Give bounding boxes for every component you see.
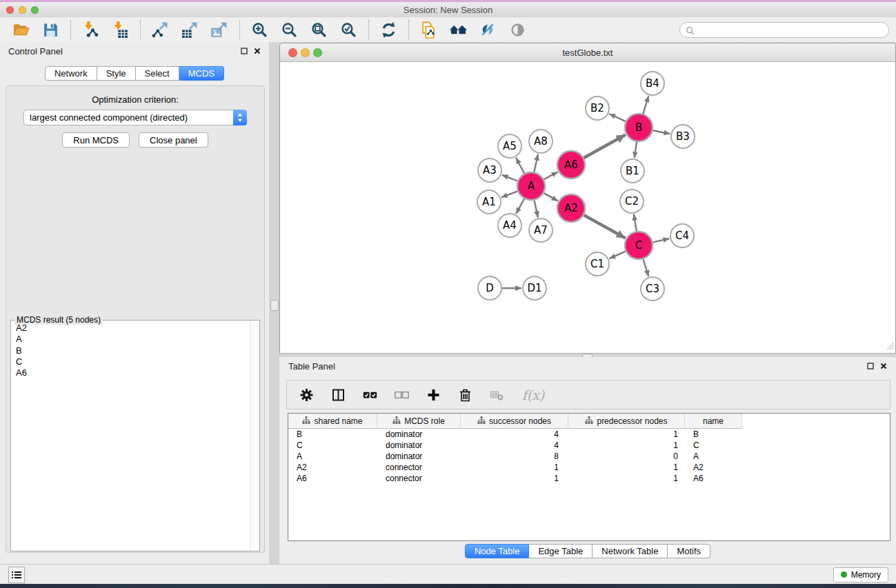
table-cell[interactable]: C xyxy=(685,440,742,450)
float-panel-icon[interactable] xyxy=(867,363,874,369)
node-B2[interactable]: B2 xyxy=(586,97,609,120)
table-cell[interactable]: connector xyxy=(377,463,461,472)
edge-A-A2[interactable] xyxy=(544,193,557,201)
node-D[interactable]: D xyxy=(478,276,501,300)
minimize-traffic-light-icon[interactable] xyxy=(301,48,310,57)
network-canvas[interactable]: B4B2BB3A5A8A6B1A3AC2A1A2A4A7C4CC1C3DD1 xyxy=(280,62,895,354)
node-B3[interactable]: B3 xyxy=(671,125,695,148)
zoom-traffic-light-icon[interactable] xyxy=(313,48,322,57)
export-table-button[interactable] xyxy=(181,21,199,39)
zoom-out-button[interactable] xyxy=(280,21,299,39)
mcds-result-list[interactable]: A2ABCA6 xyxy=(11,321,259,551)
table-cell[interactable]: dominator xyxy=(377,440,461,450)
table-row[interactable]: Bdominator41B xyxy=(288,429,890,440)
edge-A-A6[interactable] xyxy=(544,172,558,179)
table-cell[interactable]: 1 xyxy=(568,429,685,439)
edge-C-C2[interactable] xyxy=(634,214,637,232)
table-cell[interactable]: dominator xyxy=(377,429,461,439)
save-session-button[interactable] xyxy=(41,21,60,39)
settings-gear-button[interactable] xyxy=(297,385,316,404)
float-panel-icon[interactable] xyxy=(241,48,248,54)
import-network-button[interactable] xyxy=(81,21,100,39)
delete-table-button[interactable] xyxy=(488,385,506,404)
table-cell[interactable]: 1 xyxy=(568,474,685,483)
tab-select[interactable]: Select xyxy=(136,66,179,81)
node-A6[interactable]: A6 xyxy=(557,151,585,179)
node-C4[interactable]: C4 xyxy=(670,224,694,247)
table-cell[interactable]: 1 xyxy=(568,440,685,450)
edge-A2-C[interactable] xyxy=(584,215,625,238)
result-scrollbar[interactable] xyxy=(250,321,259,551)
node-A4[interactable]: A4 xyxy=(498,214,521,237)
node-C1[interactable]: C1 xyxy=(586,252,609,276)
show-panel-button[interactable] xyxy=(508,21,527,39)
add-column-button[interactable] xyxy=(424,385,443,404)
zoom-fit-button[interactable] xyxy=(310,21,328,39)
node-A7[interactable]: A7 xyxy=(529,219,552,242)
edge-A-A1[interactable] xyxy=(501,191,518,197)
node-A1[interactable]: A1 xyxy=(477,190,501,214)
tab-mcds[interactable]: MCDS xyxy=(179,66,224,81)
network-graph[interactable]: B4B2BB3A5A8A6B1A3AC2A1A2A4A7C4CC1C3DD1 xyxy=(280,62,894,353)
table-cell[interactable]: A6 xyxy=(288,474,377,483)
table-cell[interactable]: A xyxy=(288,452,377,461)
node-C[interactable]: C xyxy=(625,232,653,259)
run-mcds-button[interactable]: Run MCDS xyxy=(62,132,130,148)
resize-grip-icon[interactable] xyxy=(885,341,895,353)
table-cell[interactable]: A6 xyxy=(685,474,742,483)
node-B1[interactable]: B1 xyxy=(621,159,644,183)
home-button[interactable] xyxy=(449,21,468,39)
table-row[interactable]: Cdominator41C xyxy=(288,440,890,451)
edge-A6-B[interactable] xyxy=(584,135,625,158)
column-header-successor-nodes[interactable]: successor nodes xyxy=(461,414,568,428)
hide-panel-button[interactable] xyxy=(479,21,497,39)
close-panel-icon[interactable] xyxy=(880,363,887,369)
optimization-criterion-select[interactable]: largest connected component (directed) xyxy=(23,110,247,125)
table-row[interactable]: A2connector11A2 xyxy=(288,462,890,473)
node-B4[interactable]: B4 xyxy=(641,72,664,95)
table-cell[interactable]: 1 xyxy=(461,463,568,472)
table-cell[interactable]: 8 xyxy=(461,452,568,461)
copy-network-button[interactable] xyxy=(419,21,438,39)
export-network-button[interactable] xyxy=(151,21,170,39)
edge-B-B2[interactable] xyxy=(609,114,626,121)
tab-node-table[interactable]: Node Table xyxy=(465,544,530,558)
refresh-layout-button[interactable] xyxy=(379,21,398,39)
edge-A-A8[interactable] xyxy=(534,154,538,172)
deselect-all-button[interactable] xyxy=(392,385,411,404)
table-cell[interactable]: B xyxy=(288,429,377,439)
task-history-button[interactable] xyxy=(8,567,25,583)
node-A3[interactable]: A3 xyxy=(478,159,501,182)
edge-C-C1[interactable] xyxy=(609,252,626,259)
column-header-shared-name[interactable]: shared name xyxy=(288,414,377,428)
table-cell[interactable]: 4 xyxy=(461,429,568,439)
tab-edge-table[interactable]: Edge Table xyxy=(529,544,593,558)
tab-style[interactable]: Style xyxy=(97,66,136,81)
close-traffic-light-icon[interactable] xyxy=(288,48,297,57)
zoom-selected-button[interactable] xyxy=(339,21,358,39)
table-cell[interactable]: dominator xyxy=(377,452,461,461)
memory-button[interactable]: Memory xyxy=(833,567,888,582)
edge-A-A5[interactable] xyxy=(516,158,524,174)
table-cell[interactable]: A2 xyxy=(288,463,377,472)
split-divider-grip[interactable] xyxy=(270,300,279,311)
edge-B-B1[interactable] xyxy=(635,142,637,158)
table-row[interactable]: A6connector11A6 xyxy=(288,473,890,484)
node-A[interactable]: A xyxy=(517,172,545,200)
vertical-split-divider[interactable] xyxy=(269,42,279,564)
node-B[interactable]: B xyxy=(625,114,653,141)
zoom-in-button[interactable] xyxy=(250,21,269,39)
table-cell[interactable]: C xyxy=(288,440,377,450)
node-A5[interactable]: A5 xyxy=(498,134,521,158)
tab-network[interactable]: Network xyxy=(45,66,97,81)
result-list-item[interactable]: B xyxy=(16,345,259,356)
table-row[interactable]: Adominator80A xyxy=(288,451,890,462)
table-cell[interactable]: 1 xyxy=(461,474,568,483)
table-cell[interactable]: 0 xyxy=(568,452,685,461)
tab-network-table[interactable]: Network Table xyxy=(593,544,668,558)
open-folder-button[interactable] xyxy=(12,21,30,39)
select-all-button[interactable] xyxy=(361,385,379,404)
table-cell[interactable]: 1 xyxy=(568,463,685,472)
node-C2[interactable]: C2 xyxy=(620,190,644,213)
column-header-MCDS-role[interactable]: MCDS role xyxy=(377,414,461,428)
